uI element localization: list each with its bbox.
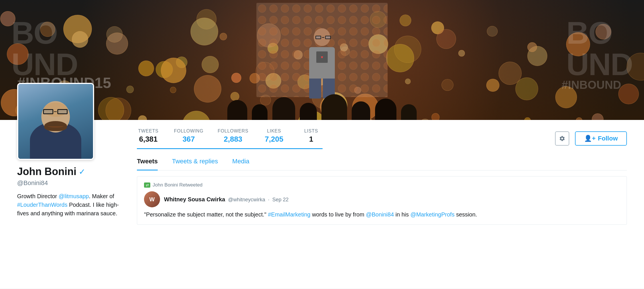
louder-than-words-link[interactable]: #LouderThanWords xyxy=(17,202,67,208)
lists-label: LISTS xyxy=(300,129,323,134)
bubble xyxy=(436,29,456,49)
tweet-author-handle[interactable]: @whitneycwirka xyxy=(228,197,265,203)
bubble xyxy=(126,86,134,93)
bubble xyxy=(576,117,583,120)
email-marketing-link[interactable]: #EmailMarketing xyxy=(268,211,310,218)
tab-media[interactable]: Media xyxy=(232,158,249,170)
bubble xyxy=(499,62,522,85)
profile-right: TWEETS 6,381 FOLLOWING 367 FOLLOWERS 2,8… xyxy=(120,120,627,225)
profile-handle[interactable]: @Bonini84 xyxy=(17,179,120,187)
litmusapp-link[interactable]: @litmusapp xyxy=(59,193,89,199)
audience xyxy=(222,94,422,120)
likes-label: LIKES xyxy=(263,129,285,134)
tweets-value: 6,381 xyxy=(137,135,160,144)
followers-value: 2,883 xyxy=(218,135,248,144)
bubble xyxy=(182,111,210,120)
profile-banner: BO UND BO UND #INBOUND15 #INBOUND xyxy=(0,0,644,120)
bubble xyxy=(194,75,221,103)
tabs-row: Tweets Tweets & replies Media xyxy=(137,158,627,170)
bubble xyxy=(486,79,499,92)
bonini84-link[interactable]: @Bonini84 xyxy=(366,211,394,218)
bubble xyxy=(161,58,186,83)
stat-following[interactable]: FOLLOWING 367 xyxy=(174,129,203,144)
lists-value: 1 xyxy=(300,135,323,144)
follow-label: Follow xyxy=(598,135,618,142)
likes-value: 7,205 xyxy=(263,135,285,144)
stat-followers[interactable]: FOLLOWERS 2,883 xyxy=(218,129,248,144)
profile-name: John Bonini xyxy=(17,166,76,178)
bubble xyxy=(458,50,465,57)
tab-tweets-replies[interactable]: Tweets & replies xyxy=(172,158,218,170)
verified-badge: ✓ xyxy=(79,167,85,176)
tweet-author-name[interactable]: Whitney Sousa Cwirka xyxy=(164,196,225,203)
settings-button[interactable] xyxy=(555,131,569,146)
banner-text-left: BO UND xyxy=(11,17,78,80)
retweet-label: ⇄ John Bonini Retweeted xyxy=(144,182,620,188)
bubble xyxy=(138,115,147,120)
profile-name-row: John Bonini ✓ xyxy=(17,166,120,178)
followers-label: FOLLOWERS xyxy=(218,129,248,134)
profile-bio: Growth Director @litmusapp. Maker of #Lo… xyxy=(17,192,120,218)
stat-tweets[interactable]: TWEETS 6,381 xyxy=(137,129,160,144)
action-buttons: 👤+ Follow xyxy=(555,129,627,146)
stat-likes[interactable]: LIKES 7,205 xyxy=(263,129,285,144)
follow-button[interactable]: 👤+ Follow xyxy=(575,131,627,146)
following-label: FOLLOWING xyxy=(174,129,203,134)
bubble xyxy=(618,84,639,104)
bubble xyxy=(442,79,453,91)
profile-section: John Bonini ✓ @Bonini84 Growth Director … xyxy=(0,120,644,288)
profile-avatar xyxy=(17,83,94,160)
speaker-stage: ♥ xyxy=(222,3,422,120)
bubble xyxy=(592,113,604,120)
retweet-icon: ⇄ xyxy=(144,182,150,188)
tweet-author-info: Whitney Sousa Cwirka @whitneycwirka · Se… xyxy=(164,196,289,203)
bubble xyxy=(202,56,219,73)
bubble xyxy=(138,61,154,76)
bubble xyxy=(191,18,218,45)
following-value: 367 xyxy=(174,135,203,144)
bubble xyxy=(98,97,124,120)
banner-hashtag-right: #INBOUND xyxy=(562,79,621,91)
speaker-figure: ♥ xyxy=(303,28,341,99)
tweet-date: Sep 22 xyxy=(272,197,289,203)
bubble xyxy=(524,117,530,120)
tweets-label: TWEETS xyxy=(137,129,160,134)
follow-plus-icon: 👤+ xyxy=(584,135,596,142)
stats-row: TWEETS 6,381 FOLLOWING 367 FOLLOWERS 2,8… xyxy=(137,129,323,149)
tweet-author-avatar[interactable]: W xyxy=(144,191,160,207)
bubble xyxy=(432,113,440,120)
tweet-author-row: W Whitney Sousa Cwirka @whitneycwirka · … xyxy=(144,191,620,207)
bubble xyxy=(487,26,498,37)
tab-tweets[interactable]: Tweets xyxy=(137,158,158,170)
bubble xyxy=(106,33,128,55)
bubble xyxy=(170,87,176,93)
stat-lists[interactable]: LISTS 1 xyxy=(300,129,323,144)
tweet-text: "Personalize the subject matter, not the… xyxy=(144,210,620,219)
tweet-card: ⇄ John Bonini Retweeted W Whitney Sousa … xyxy=(137,176,627,225)
marketing-profs-link[interactable]: @MarketingProfs xyxy=(410,211,455,218)
gear-icon xyxy=(559,135,565,142)
stats-and-actions: TWEETS 6,381 FOLLOWING 367 FOLLOWERS 2,8… xyxy=(137,129,627,149)
banner-text-right: BO UND xyxy=(566,17,633,80)
